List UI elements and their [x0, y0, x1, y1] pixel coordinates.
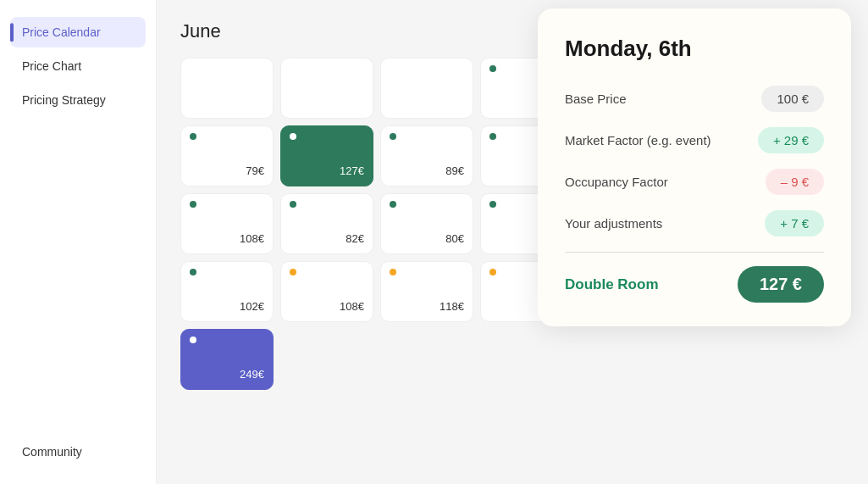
detail-row-badge: + 7 € [765, 210, 824, 236]
cell-dot [489, 65, 496, 72]
sidebar-item-label: Price Calendar [22, 25, 101, 39]
calendar-cell[interactable]: 118€ [380, 261, 473, 322]
cell-price: 80€ [390, 232, 464, 245]
cell-dot [290, 201, 296, 208]
cell-price: 108€ [190, 232, 264, 245]
detail-row-label: Your adjustments [565, 216, 662, 231]
detail-row-badge: – 9 € [766, 169, 824, 195]
detail-row-label: Occupancy Factor [565, 175, 668, 189]
cell-price: 79€ [190, 164, 264, 177]
cell-price: 108€ [290, 300, 364, 313]
calendar-cell[interactable]: 108€ [180, 193, 274, 254]
sidebar-item-label: Price Chart [22, 59, 81, 73]
detail-row-occupancy-factor: Occupancy Factor– 9 € [565, 169, 824, 195]
sidebar: Price Calendar Price Chart Pricing Strat… [0, 0, 157, 484]
cell-dot [290, 269, 296, 275]
detail-footer: Double Room 127 € [565, 266, 824, 303]
detail-title: Monday, 6th [565, 36, 824, 62]
calendar-cell[interactable]: 89€ [380, 125, 473, 186]
sidebar-item-community[interactable]: Community [10, 437, 146, 467]
main-content: June 118€79€127€89€99€108€82€80€102€102€… [157, 0, 868, 484]
calendar-cell[interactable]: 79€ [180, 125, 274, 186]
cell-dot [489, 133, 496, 140]
cell-price: 249€ [190, 368, 264, 381]
calendar-cell[interactable]: 80€ [380, 193, 473, 254]
sidebar-spacer [10, 119, 146, 433]
detail-row-label: Base Price [565, 92, 627, 106]
cell-price: 102€ [190, 300, 264, 313]
cell-dot [390, 269, 396, 275]
cell-dot [489, 269, 496, 275]
cell-dot [290, 133, 296, 140]
cell-dot [390, 133, 396, 140]
detail-row-badge: + 29 € [758, 127, 824, 153]
calendar-cell[interactable]: 102€ [180, 261, 274, 322]
detail-row-badge: 100 € [761, 86, 824, 112]
detail-row-market-factor: Market Factor (e.g. event)+ 29 € [565, 127, 824, 153]
detail-panel: Monday, 6th Base Price100 €Market Factor… [538, 8, 851, 326]
cell-dot [190, 201, 196, 208]
calendar-cell[interactable]: 127€ [280, 125, 373, 186]
sidebar-item-price-chart[interactable]: Price Chart [10, 51, 146, 81]
total-price: 127 € [738, 266, 824, 303]
calendar-cell[interactable]: 108€ [280, 261, 373, 322]
cell-price: 118€ [390, 300, 464, 313]
cell-dot [190, 133, 196, 140]
detail-row-base-price: Base Price100 € [565, 86, 824, 112]
cell-dot [190, 337, 196, 343]
sidebar-item-label: Community [22, 445, 82, 459]
cell-price: 89€ [390, 164, 464, 177]
sidebar-item-label: Pricing Strategy [22, 93, 106, 107]
detail-row-your-adjustments: Your adjustments+ 7 € [565, 210, 824, 236]
calendar-cell[interactable]: 249€ [180, 329, 274, 390]
cell-dot [489, 201, 496, 208]
room-label: Double Room [565, 276, 659, 293]
detail-divider [565, 252, 824, 253]
calendar-cell[interactable] [180, 58, 274, 119]
calendar-cell[interactable] [380, 58, 473, 119]
cell-dot [190, 269, 196, 275]
cell-dot [390, 201, 396, 208]
calendar-cell[interactable] [280, 58, 373, 119]
sidebar-item-price-calendar[interactable]: Price Calendar [10, 17, 146, 47]
sidebar-item-pricing-strategy[interactable]: Pricing Strategy [10, 85, 146, 115]
detail-row-label: Market Factor (e.g. event) [565, 133, 711, 147]
cell-price: 127€ [290, 164, 364, 177]
cell-price: 82€ [290, 232, 364, 245]
calendar-cell[interactable]: 82€ [280, 193, 373, 254]
